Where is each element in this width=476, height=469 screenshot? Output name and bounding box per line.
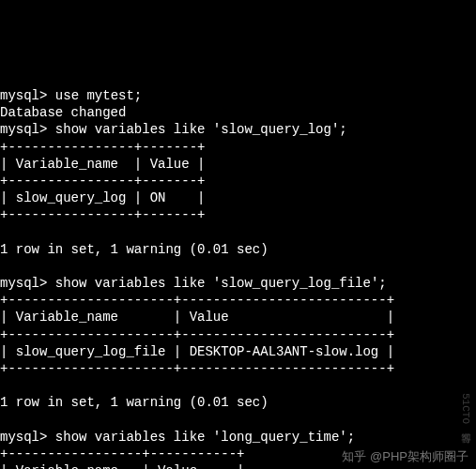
table3-header: | Variable_name | Value | (0, 463, 244, 469)
command-query1: show variables like 'slow_query_log'; (55, 122, 347, 137)
watermark-bottom: 知乎 @PHP架构师圈子 (342, 449, 468, 465)
table2-sep: +---------------------+-----------------… (0, 361, 394, 376)
command-query2: show variables like 'slow_query_log_file… (55, 276, 387, 291)
table1-sep: +----------------+-------+ (0, 140, 205, 155)
prompt: mysql> (0, 88, 47, 103)
command-use: use mytest; (55, 88, 142, 103)
table1-row: | slow_query_log | ON | (0, 190, 205, 205)
table2-sep: +---------------------+-----------------… (0, 293, 394, 308)
row-summary: 1 row in set, 1 warning (0.01 sec) (0, 242, 269, 257)
table2-sep: +---------------------+-----------------… (0, 327, 394, 342)
table1-header: | Variable_name | Value | (0, 157, 205, 172)
table1-sep: +----------------+-------+ (0, 174, 205, 189)
use-result: Database changed (0, 105, 126, 120)
command-query3: show variables like 'long_query_time'; (55, 430, 355, 445)
watermark-side: 51CTO博客 (459, 393, 472, 424)
table2-row: | slow_query_log_file | DESKTOP-AAL3ANT-… (0, 344, 394, 359)
prompt: mysql> (0, 276, 47, 291)
table3-sep: +-----------------+-----------+ (0, 446, 244, 461)
terminal-output: mysql> use mytest; Database changed mysq… (0, 68, 476, 469)
table1-sep: +----------------+-------+ (0, 207, 205, 222)
row-summary: 1 row in set, 1 warning (0.01 sec) (0, 395, 269, 410)
table2-header: | Variable_name | Value | (0, 310, 394, 325)
prompt: mysql> (0, 430, 47, 445)
prompt: mysql> (0, 122, 47, 137)
